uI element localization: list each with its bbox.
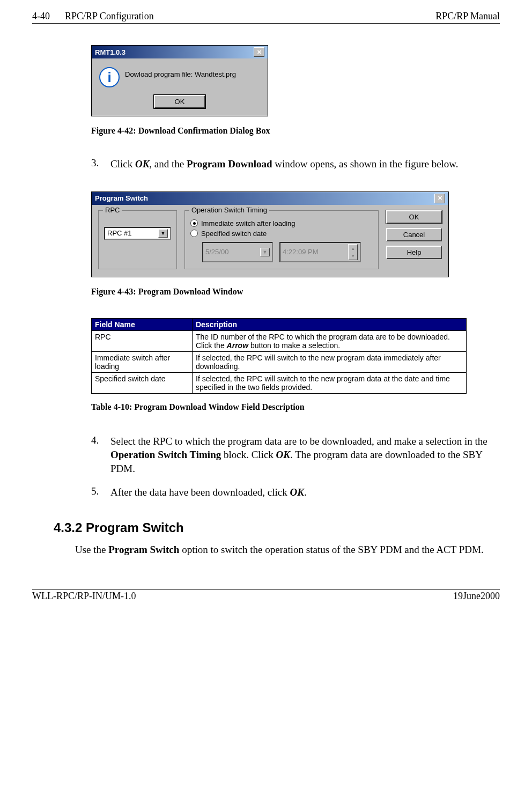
radio-immediate-label: Immediate switch after loading: [201, 219, 295, 227]
page-footer: WLL-RPC/RP-IN/UM-1.0 19June2000: [32, 589, 500, 602]
rpc-group: RPC RPC #1 ▼: [98, 210, 177, 269]
radio-specified-label: Specified switch date: [201, 230, 267, 238]
section-body: Use the Program Switch option to switch …: [75, 543, 500, 557]
step-number: 3.: [91, 157, 103, 171]
date-field[interactable]: 5/25/00 ▼: [202, 242, 273, 262]
dialog-message: Dowload program file: Wandtest.prg: [125, 67, 236, 78]
figure-43-caption: Figure 4-43: Program Download Window: [91, 287, 500, 297]
step-3-text: Click OK, and the Program Download windo…: [110, 157, 500, 171]
cancel-button[interactable]: Cancel: [386, 228, 442, 241]
rpc-group-label: RPC: [103, 206, 122, 214]
header-title-left: RPC/RP Configuration: [65, 11, 154, 22]
radio-icon: [190, 219, 198, 227]
close-icon[interactable]: ✕: [434, 194, 445, 203]
table-row: Specified switch date If selected, the R…: [92, 372, 467, 393]
radio-specified[interactable]: Specified switch date: [190, 230, 373, 238]
dialog-title: RMT1.0.3: [95, 48, 125, 56]
step-5-text: After the data have been downloaded, cli…: [110, 485, 500, 499]
program-switch-dialog: Program Switch ✕ RPC RPC #1 ▼ Operation …: [91, 191, 449, 277]
col-description: Description: [193, 318, 467, 330]
info-icon: i: [99, 67, 120, 87]
page-header: 4-40 RPC/RP Configuration RPC/RP Manual: [32, 11, 500, 24]
table-row: Immediate switch after loading If select…: [92, 351, 467, 372]
footer-left: WLL-RPC/RP-IN/UM-1.0: [32, 591, 136, 602]
ok-button[interactable]: OK: [154, 95, 205, 108]
dialog-title: Program Switch: [95, 194, 148, 202]
table-10-caption: Table 4-10: Program Download Window Fiel…: [91, 402, 500, 412]
time-field[interactable]: 4:22:09 PM ▴▾: [279, 242, 361, 262]
col-field-name: Field Name: [92, 318, 193, 330]
operation-timing-label: Operation Switch Timing: [189, 206, 269, 214]
header-title-right: RPC/RP Manual: [435, 11, 500, 22]
operation-switch-timing-group: Operation Switch Timing Immediate switch…: [184, 210, 379, 269]
radio-icon: [190, 230, 198, 237]
chevron-down-icon[interactable]: ▼: [158, 229, 168, 238]
help-button[interactable]: Help: [386, 246, 442, 259]
step-number: 4.: [91, 434, 103, 476]
spinner-icon: ▴▾: [348, 244, 358, 260]
step-number: 5.: [91, 485, 103, 499]
rpc-select[interactable]: RPC #1 ▼: [104, 227, 171, 240]
field-description-table: Field Name Description RPC The ID number…: [91, 318, 467, 394]
figure-42-caption: Figure 4-42: Download Confirmation Dialo…: [91, 126, 500, 136]
ok-button[interactable]: OK: [386, 210, 442, 224]
footer-right: 19June2000: [453, 591, 500, 602]
chevron-down-icon: ▼: [260, 248, 270, 256]
close-icon[interactable]: ✕: [254, 47, 264, 57]
section-heading: 4.3.2 Program Switch: [54, 520, 500, 535]
rpc-select-value: RPC #1: [107, 229, 132, 237]
page-number: 4-40: [32, 11, 50, 22]
table-row: RPC The ID number of the RPC to which th…: [92, 330, 467, 351]
radio-immediate[interactable]: Immediate switch after loading: [190, 219, 373, 227]
download-confirm-dialog: RMT1.0.3 ✕ i Dowload program file: Wandt…: [91, 45, 268, 116]
step-4-text: Select the RPC to which the program data…: [110, 434, 500, 476]
